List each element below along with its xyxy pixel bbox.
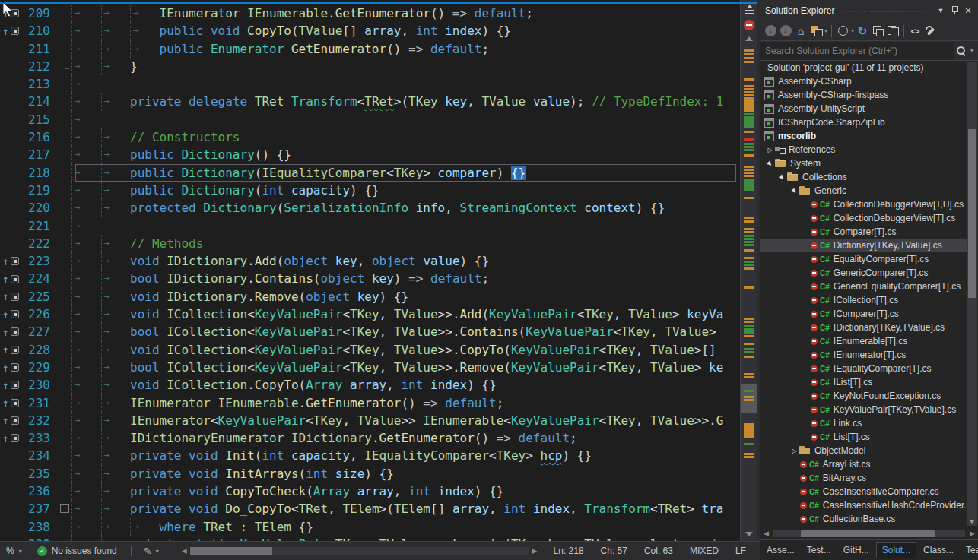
- code-line[interactable]: ↑230→→void ICollection.CopyTo(Array arra…: [0, 376, 740, 394]
- code-line[interactable]: ↑232→→IEnumerator<KeyValuePair<TKey, TVa…: [0, 412, 740, 429]
- tree-item[interactable]: C#IEnumerable[T].cs: [760, 334, 967, 348]
- line-number[interactable]: 209: [23, 5, 59, 22]
- tree-item[interactable]: C#EqualityComparer[T].cs: [760, 252, 967, 266]
- line-number[interactable]: 212: [23, 58, 59, 75]
- tree-item[interactable]: C#KeyValuePair[TKey,TValue].cs: [760, 403, 967, 416]
- tree-vertical-scrollbar[interactable]: [967, 62, 977, 526]
- code-line[interactable]: 221→: [0, 217, 740, 235]
- tree-item[interactable]: Assembly-CSharp: [760, 74, 967, 88]
- fold-margin[interactable]: [59, 394, 71, 412]
- document-health-error-icon[interactable]: [744, 20, 754, 30]
- tree-item[interactable]: ICSharpCode.SharpZipLib: [760, 115, 967, 129]
- line-number[interactable]: 220: [23, 199, 59, 217]
- panel-tab[interactable]: Asse...: [761, 543, 800, 558]
- fold-collapse-button[interactable]: −: [60, 504, 69, 513]
- code-line[interactable]: ↑231→→IEnumerator IEnumerable.GetEnumera…: [0, 394, 740, 412]
- char-indicator[interactable]: Ch: 57: [592, 546, 636, 556]
- home-button[interactable]: ⌂: [794, 24, 808, 39]
- fold-margin[interactable]: [59, 412, 71, 429]
- refresh-button[interactable]: ↻: [856, 24, 869, 39]
- zoom-control[interactable]: % ▾: [0, 542, 30, 560]
- panel-tab[interactable]: Solut...: [876, 542, 916, 558]
- line-number[interactable]: 210: [23, 22, 59, 40]
- tree-item[interactable]: Solution 'project-gui' (11 of 11 project…: [760, 61, 967, 74]
- fold-margin[interactable]: [59, 447, 71, 464]
- code-line[interactable]: 214→→private delegate TRet Transform<TRe…: [0, 93, 740, 110]
- pen-button[interactable]: ✎ ▾: [138, 546, 165, 557]
- tree-hscrollbar-thumb[interactable]: [801, 530, 935, 537]
- fold-margin[interactable]: [59, 359, 71, 376]
- tree-item[interactable]: C#IEnumerator[T].cs: [760, 348, 967, 362]
- code-line[interactable]: 211→→→public Enumerator GetEnumerator() …: [0, 40, 740, 58]
- tree-item[interactable]: C#CaseInsensitiveComparer.cs: [760, 485, 967, 498]
- line-number[interactable]: 221: [23, 217, 59, 235]
- tree-item[interactable]: C#Comparer[T].cs: [760, 225, 967, 239]
- fold-margin[interactable]: [59, 341, 71, 359]
- code-area[interactable]: ↑209→→→IEnumerator IEnumerable.GetEnumer…: [0, 5, 740, 541]
- tree-item[interactable]: C#IComparer[T].cs: [760, 307, 967, 321]
- fold-margin[interactable]: [59, 376, 71, 394]
- scroll-down-arrow-icon[interactable]: [969, 520, 975, 524]
- view-code-button[interactable]: <>: [908, 24, 922, 39]
- scroll-left-arrow-icon[interactable]: ◀: [760, 530, 772, 537]
- code-line[interactable]: ↑209→→→IEnumerator IEnumerable.GetEnumer…: [0, 5, 740, 22]
- line-number[interactable]: 239: [23, 536, 59, 541]
- line-number[interactable]: 223: [23, 252, 59, 270]
- fold-margin[interactable]: [59, 482, 71, 500]
- code-line[interactable]: ↑210→→→public void CopyTo(TValue[] array…: [0, 22, 740, 40]
- fold-margin[interactable]: [59, 93, 71, 110]
- line-number[interactable]: 214: [23, 93, 59, 110]
- tree-hscrollbar-track[interactable]: [773, 530, 965, 537]
- code-line[interactable]: ↑228→→void ICollection<KeyValuePair<TKey…: [0, 341, 740, 359]
- fold-margin[interactable]: [59, 146, 71, 163]
- scroll-left-arrow-icon[interactable]: ◀: [179, 547, 190, 555]
- fold-margin[interactable]: [59, 252, 71, 270]
- issues-indicator[interactable]: ✓ No issues found: [30, 542, 125, 560]
- fold-margin[interactable]: [59, 164, 71, 182]
- code-line[interactable]: 222→→// Methods: [0, 235, 740, 252]
- tree-item[interactable]: Assembly-UnityScript: [760, 102, 967, 115]
- column-indicator[interactable]: Col: 63: [636, 546, 681, 556]
- solution-explorer-titlebar[interactable]: Solution Explorer ▼ ✕: [760, 0, 978, 21]
- line-number[interactable]: 229: [23, 359, 59, 376]
- line-number[interactable]: 217: [23, 146, 59, 163]
- line-number[interactable]: 226: [23, 305, 59, 323]
- tree-item[interactable]: C#IDictionary[TKey,TValue].cs: [760, 321, 967, 334]
- forward-button[interactable]: ›: [779, 24, 792, 39]
- tree-item[interactable]: ▷ObjectModel: [760, 444, 967, 457]
- horizontal-scrollbar-track[interactable]: [190, 547, 529, 555]
- line-number[interactable]: 231: [23, 394, 59, 412]
- code-line[interactable]: 217→→public Dictionary() {}: [0, 146, 740, 163]
- code-line[interactable]: ↑225→→void IDictionary.Remove(object key…: [0, 288, 740, 305]
- line-number[interactable]: 230: [23, 376, 59, 394]
- show-all-files-button[interactable]: [886, 24, 900, 39]
- fold-margin[interactable]: [59, 323, 71, 340]
- fold-margin[interactable]: [59, 111, 71, 128]
- line-number[interactable]: 225: [23, 288, 59, 305]
- vertical-scrollbar-thumb[interactable]: [741, 384, 757, 413]
- code-line[interactable]: ↑229→→bool ICollection<KeyValuePair<TKey…: [0, 359, 740, 376]
- code-line[interactable]: 213→: [0, 75, 740, 93]
- line-number[interactable]: 228: [23, 341, 59, 359]
- tree-item[interactable]: C#CollectionDebuggerView[T,U].cs: [760, 198, 967, 211]
- horizontal-scrollbar-thumb[interactable]: [190, 547, 272, 555]
- tree-item[interactable]: ▶System: [760, 157, 967, 170]
- line-number[interactable]: 216: [23, 128, 59, 146]
- line-number[interactable]: 218: [23, 164, 59, 182]
- close-button[interactable]: ✕: [961, 6, 975, 16]
- fold-margin[interactable]: [59, 288, 71, 305]
- tree-item[interactable]: C#CollectionDebuggerView[T].cs: [760, 211, 967, 225]
- tree-item[interactable]: C#CaseInsensitiveHashCodeProvider.cs: [760, 498, 967, 512]
- editor-scrollbar[interactable]: [740, 0, 757, 541]
- collapse-all-button[interactable]: [871, 24, 884, 39]
- code-line[interactable]: 234→→private void Init(int capacity, IEq…: [0, 447, 740, 464]
- tree-item[interactable]: C#CollectionBase.cs: [760, 512, 967, 526]
- pending-changes-filter-button[interactable]: [836, 24, 849, 39]
- panel-tab[interactable]: Class...: [918, 543, 959, 558]
- line-number[interactable]: 233: [23, 429, 59, 447]
- tree-horizontal-scrollbar[interactable]: ◀ ▶: [760, 527, 978, 539]
- sync-with-active-document-button[interactable]: [809, 24, 823, 39]
- line-number[interactable]: 236: [23, 482, 59, 500]
- back-button[interactable]: ‹: [764, 24, 777, 39]
- line-number[interactable]: 211: [23, 40, 59, 58]
